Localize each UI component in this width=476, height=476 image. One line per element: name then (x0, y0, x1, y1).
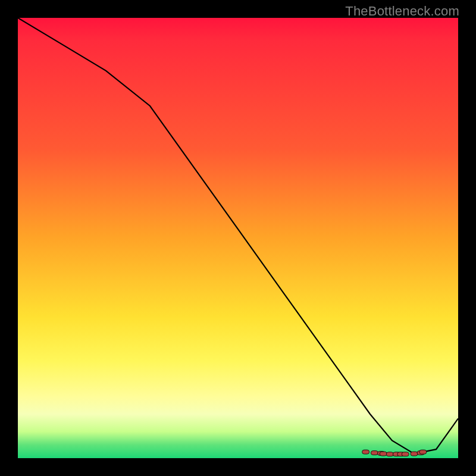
valley-marker (362, 450, 369, 454)
valley-marker (402, 452, 409, 456)
valley-marker (419, 450, 427, 454)
valley-marker (380, 452, 387, 456)
valley-markers (362, 450, 427, 456)
curve-line (18, 18, 458, 454)
valley-marker (386, 452, 393, 456)
valley-marker (371, 451, 378, 455)
valley-marker (411, 452, 418, 456)
chart-frame: TheBottleneck.com (0, 0, 476, 476)
plot-area (18, 18, 458, 458)
chart-svg (18, 18, 458, 458)
watermark-label: TheBottleneck.com (345, 4, 459, 19)
